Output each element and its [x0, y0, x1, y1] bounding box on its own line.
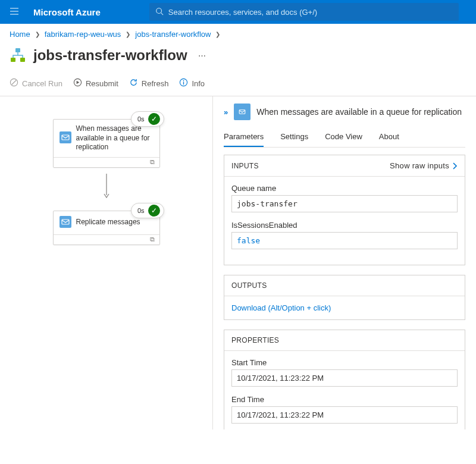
queue-name-label: Queue name: [231, 184, 458, 193]
trigger-node[interactable]: 0s ✓ When messages are available in a qu…: [53, 119, 160, 168]
hamburger-menu-icon[interactable]: [5, 2, 24, 23]
tab-parameters[interactable]: Parameters: [224, 128, 264, 147]
cancel-run-label: Cancel Run: [22, 79, 62, 88]
chevron-right-icon: ❯: [35, 31, 40, 37]
properties-heading: PROPERTIES: [231, 336, 279, 344]
show-raw-inputs-button[interactable]: Show raw inputs: [390, 161, 458, 170]
svg-point-0: [156, 8, 162, 13]
main-content: 0s ✓ When messages are available in a qu…: [0, 96, 476, 429]
properties-section: PROPERTIES Start Time 10/17/2021, 11:23:…: [224, 330, 465, 429]
resubmit-button[interactable]: Resubmit: [73, 78, 118, 89]
status-badge: 0s ✓: [131, 111, 164, 127]
action-title: Replicate messages: [76, 218, 140, 227]
breadcrumb-home[interactable]: Home: [10, 30, 30, 39]
svg-line-1: [161, 12, 163, 15]
refresh-label: Refresh: [142, 79, 169, 88]
outputs-section: OUTPUTS Download (Alt/Option + click): [224, 275, 465, 320]
outputs-heading: OUTPUTS: [231, 281, 267, 290]
pane-title: When messages are available in a queue f…: [256, 107, 462, 117]
queue-name-value: jobs-transfer: [231, 195, 458, 212]
cancel-run-button: Cancel Run: [10, 78, 62, 89]
details-pane: » When messages are available in a queue…: [213, 96, 476, 429]
resubmit-label: Resubmit: [86, 79, 118, 88]
resubmit-icon: [73, 78, 82, 89]
connector-arrow: [24, 168, 189, 211]
end-time-value: 10/17/2021, 11:23:22 PM: [231, 406, 458, 424]
tab-settings[interactable]: Settings: [280, 128, 308, 147]
status-badge: 0s ✓: [131, 203, 164, 218]
tab-code-view[interactable]: Code View: [325, 128, 362, 147]
collapse-pane-button[interactable]: »: [224, 108, 228, 117]
action-node[interactable]: 0s ✓ Replicate messages ⧉: [53, 211, 160, 245]
breadcrumb-workflow[interactable]: jobs-transfer-workflow: [135, 30, 211, 39]
more-actions-button[interactable]: ⋯: [198, 51, 206, 60]
servicebus-icon: [234, 104, 250, 120]
inputs-heading: INPUTS: [231, 162, 259, 170]
check-icon: ✓: [148, 113, 160, 125]
check-icon: ✓: [148, 205, 160, 217]
servicebus-icon: [60, 131, 71, 145]
page-titlebar: jobs-transfer-workflow ⋯: [0, 45, 476, 78]
designer-canvas[interactable]: 0s ✓ When messages are available in a qu…: [0, 96, 213, 429]
svg-rect-3: [11, 58, 15, 62]
global-search[interactable]: [149, 3, 459, 21]
tab-about[interactable]: About: [379, 128, 399, 147]
svg-point-9: [183, 80, 184, 81]
chevron-right-icon: ❯: [126, 31, 130, 37]
download-outputs-link[interactable]: Download (Alt/Option + click): [224, 296, 465, 319]
azure-topbar: Microsoft Azure: [0, 0, 476, 24]
duration-text: 0s: [137, 207, 145, 214]
svg-rect-14: [60, 216, 71, 228]
refresh-button[interactable]: Refresh: [129, 78, 169, 89]
link-icon: ⧉: [150, 236, 155, 243]
chevron-right-icon: ❯: [215, 31, 220, 37]
svg-rect-4: [20, 58, 25, 62]
link-icon: ⧉: [150, 158, 155, 166]
brand-label: Microsoft Azure: [33, 7, 101, 17]
servicebus-icon: [60, 216, 71, 230]
info-label: Info: [192, 79, 205, 88]
svg-rect-16: [239, 110, 245, 114]
start-time-value: 10/17/2021, 11:23:22 PM: [231, 369, 458, 387]
workflow-icon: [10, 47, 26, 64]
refresh-icon: [129, 78, 138, 89]
start-time-label: Start Time: [231, 358, 458, 367]
duration-text: 0s: [137, 115, 145, 123]
svg-rect-2: [15, 48, 20, 52]
search-input[interactable]: [168, 8, 453, 17]
info-icon: [179, 78, 188, 89]
svg-rect-10: [183, 82, 184, 85]
svg-rect-11: [60, 131, 71, 143]
cancel-icon: [10, 78, 18, 89]
breadcrumb: Home ❯ fabrikam-rep-weu-wus ❯ jobs-trans…: [0, 24, 476, 45]
sessions-enabled-value: false: [231, 232, 458, 249]
details-tabs: Parameters Settings Code View About: [224, 128, 465, 148]
sessions-enabled-label: IsSessionsEnabled: [231, 221, 458, 230]
breadcrumb-resource-group[interactable]: fabrikam-rep-weu-wus: [45, 30, 121, 39]
search-icon: [155, 7, 164, 17]
svg-line-6: [12, 80, 17, 85]
command-bar: Cancel Run Resubmit Refresh Info: [0, 78, 476, 96]
end-time-label: End Time: [231, 395, 458, 404]
info-button[interactable]: Info: [179, 78, 205, 89]
inputs-section: INPUTS Show raw inputs Queue name jobs-t…: [224, 155, 465, 265]
page-title: jobs-transfer-workflow: [33, 47, 187, 64]
trigger-title: When messages are available in a queue f…: [76, 124, 154, 152]
